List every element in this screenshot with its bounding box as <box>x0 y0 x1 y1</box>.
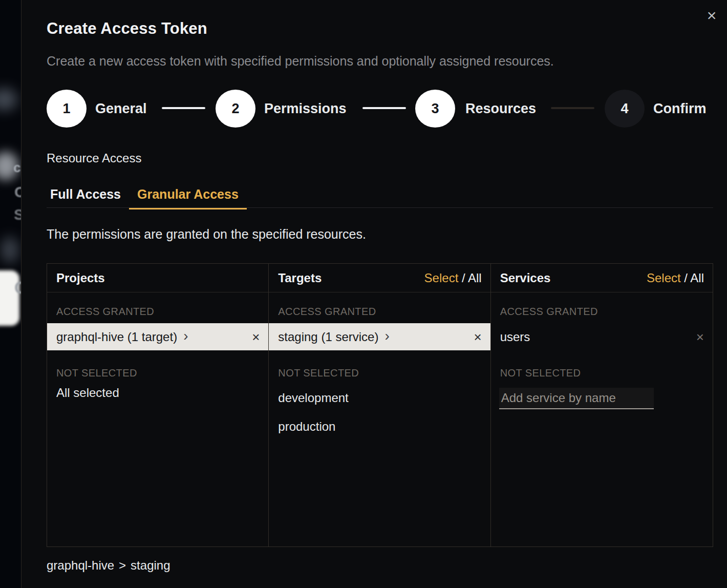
permissions-description: The permissions are granted on the speci… <box>47 227 366 242</box>
services-column-header: Services Select / All <box>491 264 713 292</box>
select-all-separator: / <box>458 271 468 285</box>
targets-column: Targets Select / All ACCESS GRANTED stag… <box>269 264 490 547</box>
services-all-link[interactable]: All <box>690 271 704 285</box>
granted-service-row[interactable]: users × <box>491 323 713 350</box>
backdrop-text-fragment: S <box>14 206 21 223</box>
granted-project-label: graphql-hive (1 target) <box>56 330 177 344</box>
resource-picker-table: Projects ACCESS GRANTED graphql-hive (1 … <box>47 263 713 547</box>
access-mode-tabs: Full Access Granular Access <box>42 182 247 209</box>
step-circle-general[interactable]: 1 <box>47 90 87 128</box>
targets-all-link[interactable]: All <box>468 271 482 285</box>
resource-access-heading: Resource Access <box>47 151 141 165</box>
all-selected-note: All selected <box>56 386 119 400</box>
targets-select-link[interactable]: Select <box>424 271 459 285</box>
backdrop-blob <box>0 88 17 111</box>
step-label-confirm[interactable]: Confirm <box>653 90 707 128</box>
tab-full-access[interactable]: Full Access <box>42 182 129 209</box>
access-granted-label: ACCESS GRANTED <box>278 306 376 318</box>
remove-project-icon[interactable]: × <box>252 330 260 344</box>
step-label-permissions[interactable]: Permissions <box>264 90 347 128</box>
available-target-development[interactable]: development <box>269 384 490 412</box>
create-access-token-dialog: × Create Access Token Create a new acces… <box>21 0 727 588</box>
services-column-title: Services <box>500 271 551 285</box>
breadcrumb-target: staging <box>131 558 170 572</box>
select-all-separator: / <box>681 271 691 285</box>
breadcrumb: graphql-hive>staging <box>47 558 170 573</box>
available-target-production[interactable]: production <box>269 412 490 441</box>
backdrop-blob <box>1 237 18 263</box>
backdrop-text-fragment: C <box>14 278 21 298</box>
add-service-input[interactable] <box>499 388 654 409</box>
step-connector <box>551 107 594 109</box>
step-circle-resources[interactable]: 3 <box>415 90 455 128</box>
chevron-right-icon: › <box>384 329 389 343</box>
access-granted-label: ACCESS GRANTED <box>56 306 154 318</box>
granted-project-row[interactable]: graphql-hive (1 target) › × <box>47 323 268 350</box>
dialog-subtitle: Create a new access token with specified… <box>47 54 554 69</box>
targets-select-all: Select / All <box>424 271 482 285</box>
step-label-general[interactable]: General <box>95 90 147 128</box>
not-selected-label: NOT SELECTED <box>500 367 581 379</box>
backdrop-text-fragment: c <box>13 160 20 176</box>
tabs-divider <box>47 207 713 208</box>
step-circle-confirm[interactable]: 4 <box>605 90 645 128</box>
projects-column-title: Projects <box>56 271 105 285</box>
services-column: Services Select / All ACCESS GRANTED use… <box>491 264 713 547</box>
targets-column-title: Targets <box>278 271 322 285</box>
tab-granular-access[interactable]: Granular Access <box>129 182 247 209</box>
granted-service-label: users <box>500 330 530 344</box>
step-label-resources[interactable]: Resources <box>465 90 536 128</box>
access-granted-label: ACCESS GRANTED <box>500 306 598 318</box>
services-select-all: Select / All <box>647 271 704 285</box>
not-selected-label: NOT SELECTED <box>278 367 359 379</box>
breadcrumb-project: graphql-hive <box>47 558 114 572</box>
projects-column-header: Projects <box>47 264 268 292</box>
page-backdrop: c C S C <box>0 0 21 588</box>
not-selected-label: NOT SELECTED <box>56 367 137 379</box>
granted-target-label: staging (1 service) <box>278 330 378 344</box>
services-select-link[interactable]: Select <box>647 271 681 285</box>
dialog-title: Create Access Token <box>47 19 207 38</box>
step-circle-permissions[interactable]: 2 <box>216 90 255 128</box>
remove-target-icon[interactable]: × <box>474 330 481 344</box>
remove-service-icon[interactable]: × <box>696 330 704 344</box>
granted-target-row[interactable]: staging (1 service) › × <box>269 323 490 350</box>
projects-column: Projects ACCESS GRANTED graphql-hive (1 … <box>47 264 269 547</box>
step-connector <box>362 107 406 109</box>
breadcrumb-separator: > <box>119 558 126 572</box>
chevron-right-icon: › <box>183 329 188 343</box>
backdrop-text-fragment: C <box>14 183 21 201</box>
close-icon[interactable]: × <box>701 5 722 26</box>
step-connector <box>162 107 205 109</box>
targets-column-header: Targets Select / All <box>269 264 490 292</box>
